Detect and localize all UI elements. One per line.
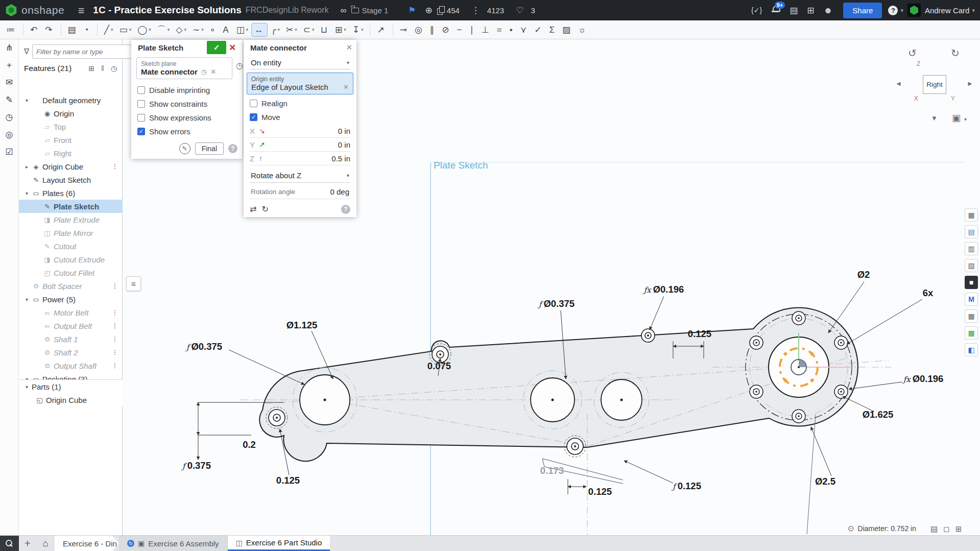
feature-tree-item[interactable]: ⚙ Shaft 2 ⋮ xyxy=(19,346,123,359)
mate-connector-button[interactable]: ◷ xyxy=(236,61,243,70)
add-tab-button[interactable]: + xyxy=(19,536,36,551)
cancel-button[interactable]: ✕ xyxy=(226,41,238,54)
notifications-button[interactable]: 9+ xyxy=(772,5,780,15)
dimension-label[interactable]: 0.075 xyxy=(425,361,451,372)
dialog-help-icon[interactable]: ? xyxy=(341,205,350,214)
rotation-angle-value[interactable]: 0 deg xyxy=(330,187,349,196)
toolbar-button[interactable]: ▨ xyxy=(560,23,575,36)
dock-panel-icon-3[interactable]: ▥ xyxy=(965,242,978,255)
dock-panel-icon-6[interactable]: M xyxy=(965,293,978,306)
toolbar-button[interactable]: ≔ xyxy=(4,23,19,36)
toolbar-button[interactable]: ∼▾ xyxy=(190,23,206,36)
dock-panel-icon-7[interactable]: ▦ xyxy=(965,309,978,323)
dimension-label[interactable]: ƒxØ0.196 xyxy=(903,373,944,385)
view-cube-face[interactable]: Right xyxy=(923,75,946,94)
chevron-down-icon[interactable]: ▾ xyxy=(23,384,31,390)
clear-selection-icon[interactable]: ✕ xyxy=(210,68,216,76)
feature-tree-item[interactable]: ⚙ Shaft 1 ⋮ xyxy=(19,332,123,346)
toolbar-button[interactable]: ▤ xyxy=(65,23,80,36)
feature-tree-item[interactable]: ◉ Origin xyxy=(19,107,123,120)
dialog-checkbox[interactable]: Disable imprinting xyxy=(131,83,243,97)
dimension-label[interactable]: Ø2.5 xyxy=(813,476,835,487)
feature-tree-item[interactable]: ∞ Output Belt ⋮ xyxy=(19,319,123,332)
feature-tree-item[interactable]: ⚙ Bolt Spacer ⋮ xyxy=(19,279,123,293)
history-count-icon[interactable]: ⋮ xyxy=(471,6,480,15)
toolbar-button[interactable]: ╱▾ xyxy=(102,23,116,36)
accept-button[interactable]: ✓ xyxy=(207,41,226,54)
dimension-label[interactable]: Ø1.625 xyxy=(861,409,894,420)
toolbar-button[interactable]: ∣ xyxy=(467,23,479,36)
toolbar-button[interactable]: Σ xyxy=(546,23,559,36)
variables-icon[interactable]: {✓} xyxy=(751,7,762,14)
sketch-plane-label[interactable]: Plate Sketch xyxy=(434,160,488,171)
sketch-plane-field[interactable]: Sketch plane Mate connector ◷ ✕ ◷ xyxy=(136,57,232,79)
toolbar-button[interactable]: ⊂▾ xyxy=(301,23,317,36)
dimension-label[interactable]: ƒ0.375 xyxy=(182,460,211,471)
performance-icon[interactable]: ◷ xyxy=(111,64,117,73)
globe-icon[interactable]: ⊕ xyxy=(425,6,433,15)
dock-panel-icon-4[interactable]: ▧ xyxy=(965,259,978,272)
rotation-angle-row[interactable]: Rotation angle 0 deg xyxy=(250,185,350,199)
snapshot-icon[interactable]: ◻ xyxy=(943,524,949,534)
feature-tree-item[interactable]: ◨ Plate Extrude xyxy=(19,213,123,226)
new-folder-icon[interactable]: ⊞ xyxy=(88,64,94,73)
x-offset-row[interactable]: X ↘ 0 in xyxy=(250,124,350,138)
rotate-left-icon[interactable]: ↺ xyxy=(908,47,917,59)
stage-breadcrumb[interactable]: Stage 1 xyxy=(351,6,389,15)
tab-document[interactable]: Exercise 6 - Din xyxy=(55,536,119,551)
comment-icon[interactable]: ✉ xyxy=(6,78,13,87)
item-menu-dots-icon[interactable]: ⋮ xyxy=(112,362,123,369)
toolbar-button[interactable]: ⊞▾ xyxy=(332,23,349,36)
sketch-logo-icon[interactable]: ✎ xyxy=(179,143,190,154)
search-faces-icon[interactable]: ◎ xyxy=(6,130,13,139)
item-menu-dots-icon[interactable]: ⋮ xyxy=(112,282,123,290)
feature-tree-item[interactable]: ▾ ▭ Pocketing (3) xyxy=(19,372,123,379)
close-icon[interactable]: ✕ xyxy=(346,43,352,52)
z-offset-row[interactable]: Z ↑ 0.5 in xyxy=(250,152,350,165)
dimension-label[interactable]: ƒ0.125 xyxy=(673,481,701,492)
feature-tree-item[interactable]: ◫ Plate Mirror xyxy=(19,226,123,239)
dimension-label[interactable]: 0.173 xyxy=(538,465,564,476)
rollback-pause-icon[interactable]: ‖ xyxy=(101,64,104,73)
dimension-label[interactable]: Ø2 xyxy=(855,269,870,280)
feature-tree-item[interactable]: ▱ Front xyxy=(19,133,123,147)
feature-filter-input[interactable] xyxy=(32,44,132,59)
chevron-icon[interactable]: ▾ xyxy=(23,98,31,103)
toolbar-button[interactable]: ↧▾ xyxy=(350,23,366,36)
rotate-about-select[interactable]: Rotate about Z ▾ xyxy=(250,169,350,183)
toolbar-button[interactable]: • xyxy=(507,23,517,36)
feature-tree-item[interactable]: ▱ Right xyxy=(19,147,123,160)
item-menu-dots-icon[interactable]: ⋮ xyxy=(112,349,123,356)
assistant-icon[interactable]: ☻ xyxy=(823,6,832,15)
toolbar-button[interactable] xyxy=(61,23,61,36)
versions-icon[interactable]: ⋔ xyxy=(6,43,13,52)
z-offset-value[interactable]: 0.5 in xyxy=(331,154,350,163)
toolbar-button[interactable]: ∥ xyxy=(427,23,439,36)
toolbar-button[interactable]: ⊔ xyxy=(318,23,331,36)
item-menu-dots-icon[interactable]: ⋮ xyxy=(112,309,123,316)
dock-panel-icon-9[interactable]: ◧ xyxy=(965,343,978,356)
toolbar-button[interactable]: ◎ xyxy=(412,23,426,36)
dialog-help-icon[interactable]: ? xyxy=(228,144,237,153)
dock-panel-icon-2[interactable]: ▤ xyxy=(965,225,978,238)
onshape-logo-icon[interactable] xyxy=(5,4,17,16)
reorient-icon[interactable]: ↻ xyxy=(261,204,268,214)
y-offset-row[interactable]: Y ↗ 0 in xyxy=(250,138,350,152)
feature-tree-item[interactable]: ∞ Motor Belt ⋮ xyxy=(19,306,123,319)
tasks-icon[interactable]: ▤ xyxy=(790,6,798,15)
print-icon[interactable]: ▤ xyxy=(930,524,938,534)
copy-count-icon[interactable] xyxy=(437,6,444,14)
toolbar-button[interactable]: ⊘ xyxy=(439,23,453,36)
custom-features-icon[interactable]: ✎ xyxy=(6,95,13,104)
x-offset-value[interactable]: 0 in xyxy=(338,127,350,135)
cut-list-icon[interactable]: ☑ xyxy=(5,148,13,156)
dock-panel-icon-8[interactable]: ▦ xyxy=(965,326,978,340)
dialog-checkbox[interactable]: Move xyxy=(244,110,356,124)
feature-tree-item[interactable]: ✎ Cutout xyxy=(19,239,123,253)
toolbar-button[interactable]: ◫▾ xyxy=(234,23,251,36)
toolbar-button[interactable] xyxy=(97,23,98,36)
toolbar-button[interactable]: ⊥ xyxy=(479,23,493,36)
performance-icon[interactable]: ◷ xyxy=(6,113,13,122)
tab-assembly[interactable]: ↻ ▣ Exercise 6 Assembly xyxy=(119,536,228,551)
help-caret-icon[interactable]: ▾ xyxy=(900,7,903,14)
